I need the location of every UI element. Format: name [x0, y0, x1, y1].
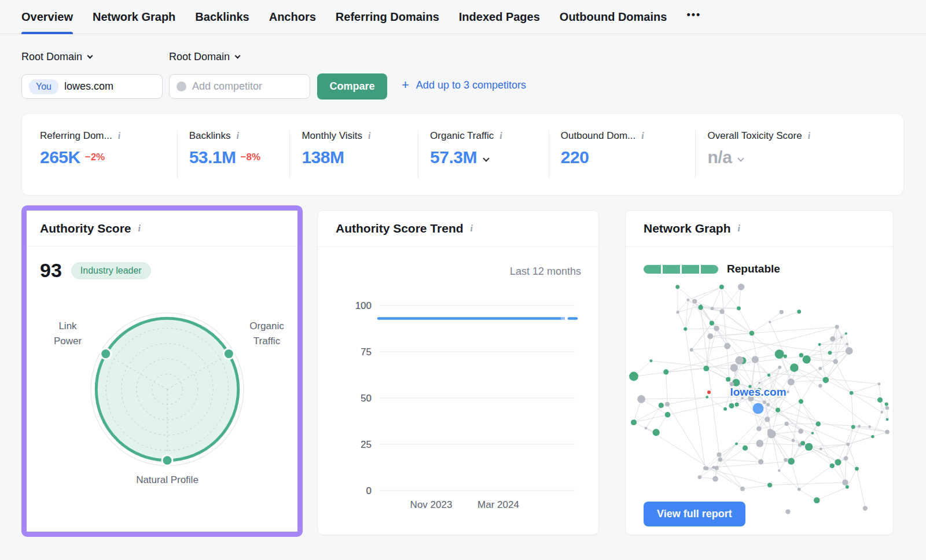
- card-title: Authority Score: [40, 222, 131, 235]
- tab-backlinks[interactable]: Backlinks: [195, 0, 249, 34]
- metric-value[interactable]: 265K: [40, 148, 80, 167]
- reputation-indicator: Reputable: [644, 263, 893, 275]
- svg-text:Traffic: Traffic: [253, 336, 281, 347]
- info-icon[interactable]: i: [738, 223, 740, 234]
- svg-text:Last 12 months: Last 12 months: [510, 266, 581, 277]
- svg-text:50: 50: [361, 393, 372, 404]
- info-icon[interactable]: i: [471, 223, 473, 234]
- reputation-meter-icon: [644, 265, 718, 274]
- tab-network-graph[interactable]: Network Graph: [93, 0, 175, 34]
- add-competitors-link[interactable]: + Add up to 3 competitors: [402, 79, 526, 91]
- svg-text:Nov 2023: Nov 2023: [410, 499, 453, 510]
- authority-score-radar-chart: LinkPowerOrganicTrafficNatural Profile: [40, 284, 295, 499]
- authority-score-trend-card: Authority Score Trend i Last 12 months10…: [317, 210, 599, 535]
- you-domain-input[interactable]: You lowes.com: [21, 74, 163, 99]
- metric-value: n/a: [707, 148, 732, 167]
- compare-button[interactable]: Compare: [317, 73, 387, 100]
- chevron-down-icon: [235, 53, 241, 59]
- metric-value[interactable]: 53.1M: [189, 148, 236, 167]
- industry-leader-badge: Industry leader: [71, 262, 151, 279]
- svg-text:Mar 2024: Mar 2024: [477, 499, 519, 510]
- authority-score-card: Authority Score i 93 Industry leader Lin…: [21, 205, 303, 537]
- tab-referring-domains[interactable]: Referring Domains: [336, 0, 439, 34]
- you-badge: You: [29, 79, 58, 94]
- add-competitors-label: Add up to 3 competitors: [416, 79, 526, 91]
- svg-text:Power: Power: [54, 336, 82, 347]
- add-competitor-input[interactable]: Add competitor: [169, 74, 310, 99]
- more-tabs-icon[interactable]: •••: [686, 0, 701, 34]
- card-title: Network Graph: [644, 222, 731, 235]
- metric-delta: −8%: [241, 152, 261, 163]
- you-scope-label: Root Domain: [21, 51, 82, 63]
- metric-monthly-visits: Monthly Visitsi 138M: [289, 130, 418, 179]
- metric-label: Overall Toxicity Score: [707, 130, 802, 142]
- tab-overview[interactable]: Overview: [21, 0, 73, 34]
- you-scope-select[interactable]: Root Domain: [21, 51, 92, 63]
- info-icon[interactable]: i: [368, 131, 370, 141]
- svg-text:Natural Profile: Natural Profile: [136, 474, 199, 485]
- metric-label: Monthly Visits: [302, 130, 362, 142]
- tab-outbound-domains[interactable]: Outbound Domains: [560, 0, 667, 34]
- metric-value[interactable]: 138M: [302, 148, 344, 167]
- authority-score-trend-chart: Last 12 months1007550250Nov 2023Mar 2024: [318, 247, 598, 535]
- metric-toxicity-score: Overall Toxicity Scorei n/a: [695, 130, 903, 179]
- network-graph-card: Network Graph i Reputable lowes.com View…: [625, 210, 894, 535]
- info-icon[interactable]: i: [236, 131, 238, 141]
- authority-score-value: 93: [40, 259, 62, 282]
- metric-label: Backlinks: [189, 130, 231, 142]
- reputation-label: Reputable: [727, 263, 780, 275]
- svg-text:lowes.com: lowes.com: [730, 386, 786, 398]
- chevron-down-icon: [87, 53, 93, 59]
- info-icon[interactable]: i: [808, 131, 810, 141]
- info-icon[interactable]: i: [138, 223, 141, 234]
- metrics-summary-bar: Referring Dom...i 265K −2% Backlinksi 53…: [21, 113, 904, 196]
- info-icon[interactable]: i: [499, 131, 502, 141]
- tab-indexed-pages[interactable]: Indexed Pages: [459, 0, 540, 34]
- metric-outbound-domains: Outbound Dom...i 220: [549, 130, 696, 179]
- report-tabs: Overview Network Graph Backlinks Anchors…: [0, 0, 926, 34]
- chevron-down-icon[interactable]: [483, 155, 489, 161]
- network-graph-visualization[interactable]: lowes.com: [626, 282, 893, 529]
- svg-text:75: 75: [361, 347, 372, 358]
- metric-value[interactable]: 220: [561, 148, 589, 167]
- plus-icon: +: [402, 79, 409, 91]
- backlink-analytics-page: Overview Network Graph Backlinks Anchors…: [0, 0, 926, 560]
- metric-label: Referring Dom...: [40, 130, 112, 142]
- you-domain-value: lowes.com: [64, 80, 113, 93]
- metric-organic-traffic: Organic Traffici 57.3M: [418, 130, 549, 179]
- view-full-report-button[interactable]: View full report: [644, 502, 745, 526]
- svg-text:0: 0: [366, 485, 372, 496]
- chevron-down-icon[interactable]: [738, 155, 744, 161]
- metric-delta: −2%: [85, 152, 105, 163]
- metric-referring-domains: Referring Dom...i 265K −2%: [22, 130, 177, 179]
- competitor-scope-label: Root Domain: [169, 51, 230, 63]
- metric-backlinks: Backlinksi 53.1M −8%: [177, 130, 290, 179]
- competitor-scope-select[interactable]: Root Domain: [169, 51, 240, 63]
- info-icon[interactable]: i: [641, 131, 644, 141]
- metric-label: Outbound Dom...: [561, 130, 635, 142]
- svg-text:25: 25: [361, 439, 372, 450]
- card-title: Authority Score Trend: [336, 222, 464, 235]
- metric-value[interactable]: 57.3M: [430, 148, 477, 167]
- metric-label: Organic Traffic: [430, 130, 494, 142]
- tab-anchors[interactable]: Anchors: [269, 0, 316, 34]
- svg-text:Link: Link: [58, 320, 77, 331]
- info-icon[interactable]: i: [118, 131, 120, 141]
- competitor-dot-icon: [177, 82, 186, 91]
- add-competitor-placeholder: Add competitor: [192, 80, 262, 93]
- svg-text:Organic: Organic: [249, 320, 284, 331]
- svg-text:100: 100: [355, 300, 372, 311]
